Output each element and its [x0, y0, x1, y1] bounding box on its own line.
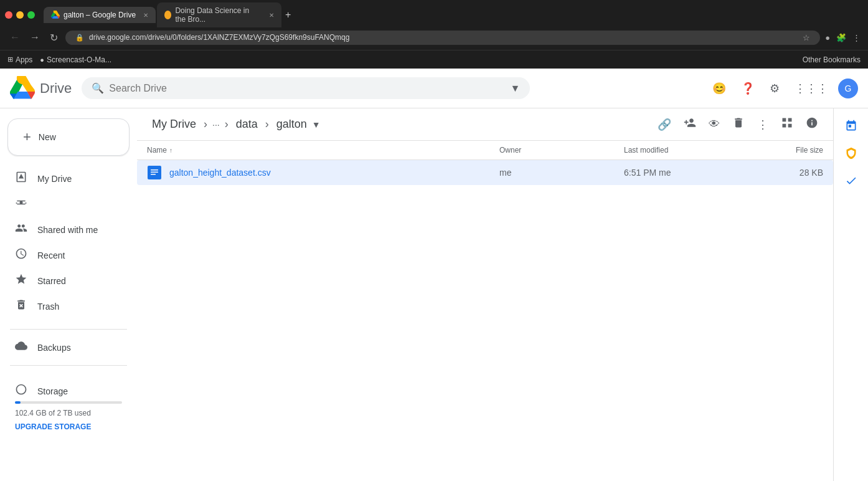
sidebar-item-storage[interactable]: Storage [15, 381, 122, 401]
file-name: galton_height_dataset.csv [169, 168, 499, 178]
tab-close-google-drive[interactable]: ✕ [143, 12, 148, 19]
window-controls [5, 11, 35, 19]
upgrade-storage-button[interactable]: UPGRADE STORAGE [15, 422, 122, 431]
tab-data-science[interactable]: Doing Data Science in the Bro... ✕ [157, 2, 281, 27]
more-actions-button[interactable]: ⋮ [752, 113, 773, 136]
file-owner: me [499, 168, 624, 178]
col-modified-label: Last modified [624, 146, 668, 155]
file-name-link[interactable]: galton_height_dataset.csv [169, 168, 271, 178]
breadcrumb-my-drive[interactable]: My Drive [147, 115, 201, 133]
account-icon[interactable]: ● [825, 33, 830, 42]
breadcrumb-sep-1: › [204, 118, 207, 131]
sidebar-item-my-drive[interactable]: My Drive [0, 166, 127, 191]
window-close-button[interactable] [5, 11, 12, 19]
get-link-button[interactable]: 🔗 [653, 113, 676, 136]
table-row[interactable]: galton_height_dataset.csv me 6:51 PM me … [137, 160, 833, 185]
bookmark-screencast[interactable]: ● Screencast-O-Ma... [40, 55, 111, 64]
url-bar[interactable]: 🔒 drive.google.com/drive/u/0/folders/1XA… [65, 31, 820, 45]
tab-add-button[interactable]: + [285, 9, 291, 21]
google-apps-button[interactable]: ⋮⋮⋮ [790, 77, 833, 100]
star-icon[interactable]: ☆ [803, 33, 810, 42]
breadcrumb-galton[interactable]: galton ▼ [271, 115, 326, 133]
drive-body: + New My Drive [0, 108, 868, 481]
feedback-button[interactable]: 😊 [707, 77, 731, 100]
col-header-modified[interactable]: Last modified [624, 146, 748, 155]
window-maximize-button[interactable] [27, 11, 35, 19]
bookmark-apps[interactable]: ⊞ Apps [7, 55, 32, 64]
starred-icon [15, 273, 27, 288]
sidebar-item-trash[interactable]: Trash [0, 293, 127, 319]
forward-button[interactable]: → [27, 29, 42, 45]
file-list: Name ↑ Owner Last modified File size [137, 141, 833, 481]
svg-rect-3 [151, 172, 158, 173]
preview-button[interactable]: 👁 [704, 113, 725, 136]
info-icon [806, 117, 818, 132]
storage-fill [15, 401, 21, 404]
sidebar-divider-2 [10, 365, 127, 366]
feedback-icon: 😊 [712, 82, 726, 95]
search-input[interactable] [109, 83, 505, 94]
new-plus-icon: + [23, 129, 31, 145]
drive-logo: Drive [10, 76, 72, 101]
sidebar: + New My Drive [0, 108, 137, 481]
breadcrumb-sep-3: › [265, 118, 269, 131]
new-button[interactable]: + New [7, 118, 130, 156]
col-header-name[interactable]: Name ↑ [147, 146, 499, 155]
sidebar-item-recent-label: Recent [37, 250, 65, 260]
bookmarks-bar: ⊞ Apps ● Screencast-O-Ma... Other Bookma… [0, 50, 868, 69]
sidebar-item-shared[interactable]: Shared with me [0, 217, 127, 242]
sidebar-item-starred[interactable]: Starred [0, 268, 127, 293]
info-button[interactable] [801, 112, 823, 137]
breadcrumb-bar: My Drive › ··· › data › galton ▼ 🔗 [137, 108, 833, 141]
csv-file-type-icon [148, 166, 161, 179]
settings-button[interactable]: ⚙ [765, 77, 785, 100]
tab-google-drive[interactable]: galton – Google Drive ✕ [44, 7, 156, 23]
breadcrumb-data[interactable]: data [231, 115, 263, 133]
col-header-owner[interactable]: Owner [499, 146, 624, 155]
backups-icon [15, 340, 27, 355]
google-apps-icon: ⋮⋮⋮ [795, 82, 828, 95]
col-owner-label: Owner [499, 146, 521, 155]
search-dropdown-icon[interactable]: ▼ [511, 83, 521, 94]
storage-icon [15, 383, 27, 399]
storage-bar [15, 401, 122, 404]
calendar-panel-icon[interactable] [839, 113, 864, 138]
new-button-label: New [39, 132, 56, 142]
col-name-label: Name [147, 146, 167, 155]
other-bookmarks[interactable]: Other Bookmarks [803, 55, 861, 64]
sidebar-item-computers[interactable] [0, 191, 127, 217]
drive-panel-icon[interactable] [839, 168, 864, 193]
google-drive-favicon [51, 11, 60, 19]
extensions-icon[interactable]: 🧩 [836, 33, 846, 42]
bookmark-apps-label: Apps [16, 55, 32, 64]
right-panel [833, 108, 868, 481]
tab-close-data-science[interactable]: ✕ [269, 12, 274, 19]
tasks-panel-icon[interactable] [839, 141, 864, 166]
reload-button[interactable]: ↻ [47, 29, 60, 46]
breadcrumb-more[interactable]: ··· [210, 117, 222, 132]
help-button[interactable]: ❓ [736, 77, 760, 100]
sidebar-item-recent[interactable]: Recent [0, 242, 127, 268]
trash-icon [15, 298, 27, 314]
search-bar[interactable]: 🔍 ▼ [82, 77, 530, 99]
svg-point-0 [20, 201, 23, 204]
sidebar-item-backups[interactable]: Backups [0, 335, 127, 360]
settings-dots-icon[interactable]: ⋮ [852, 33, 861, 42]
avatar[interactable]: G [838, 79, 858, 98]
tab-data-science-label: Doing Data Science in the Bro... [175, 6, 262, 24]
col-header-size[interactable]: File size [748, 146, 823, 155]
window-minimize-button[interactable] [16, 11, 24, 19]
back-button[interactable]: ← [7, 29, 22, 45]
storage-section: Storage 102.4 GB of 2 TB used UPGRADE ST… [15, 381, 122, 431]
delete-button[interactable] [727, 112, 750, 137]
sidebar-nav: My Drive Shared with me [0, 166, 137, 319]
col-size-label: File size [796, 146, 823, 155]
grid-view-button[interactable] [776, 112, 798, 137]
storage-text: 102.4 GB of 2 TB used [15, 409, 122, 417]
breadcrumb-dropdown-icon[interactable]: ▼ [312, 120, 321, 130]
header-icons: 😊 ❓ ⚙ ⋮⋮⋮ G [707, 77, 858, 100]
file-modified: 6:51 PM me [624, 168, 748, 178]
share-button[interactable] [679, 112, 701, 137]
breadcrumb-sep-2: › [225, 118, 229, 131]
search-icon: 🔍 [92, 82, 104, 94]
